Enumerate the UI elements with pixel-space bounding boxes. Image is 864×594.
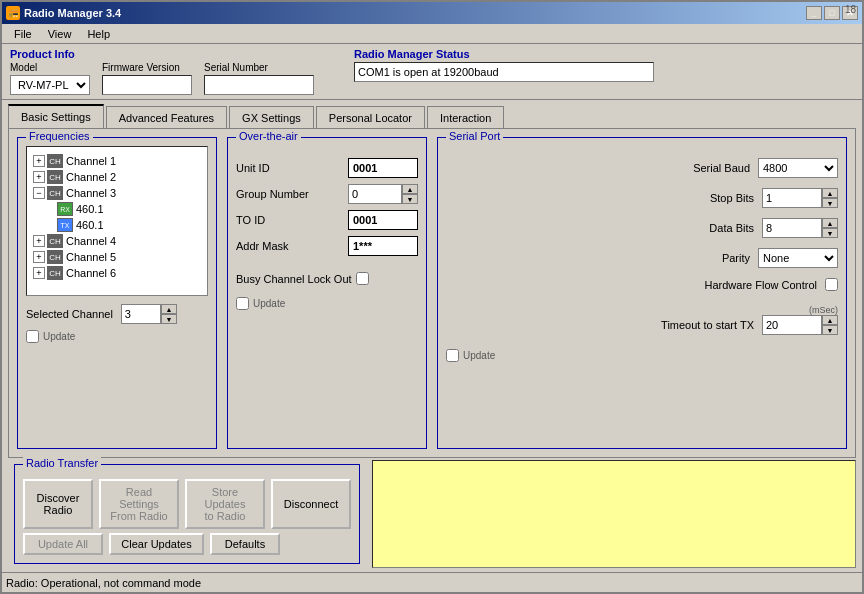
data-bits-input[interactable]	[762, 218, 822, 238]
ch3-icon: CH	[47, 186, 63, 200]
serial-update-checkbox[interactable]	[446, 349, 459, 362]
data-bits-down[interactable]: ▼	[822, 228, 838, 238]
tree-tx-460[interactable]: TX 460.1	[29, 217, 205, 233]
ch4-icon: CH	[47, 234, 63, 248]
timeout-arrows: ▲ ▼	[822, 315, 838, 335]
channel-tree[interactable]: + CH Channel 1 + CH Channel 2	[26, 146, 208, 296]
status-text: Radio: Operational, not command mode	[6, 577, 201, 589]
over-air-panel: Over-the-air Unit ID Group Number ▲	[227, 137, 427, 449]
group-number-up[interactable]: ▲	[402, 184, 418, 194]
group-number-input[interactable]	[348, 184, 402, 204]
selected-channel-spinner: ▲ ▼	[121, 304, 177, 324]
freq-update-row: Update	[26, 330, 208, 343]
transfer-row-1: DiscoverRadio Read SettingsFrom Radio St…	[23, 479, 351, 529]
timeout-label: Timeout to start TX	[661, 319, 754, 331]
serial-input[interactable]	[204, 75, 314, 95]
tab-basic-settings[interactable]: Basic Settings	[8, 104, 104, 128]
tab-personal-locator[interactable]: Personal Locator	[316, 106, 425, 128]
baud-row: Serial Baud 4800 1200 2400 9600 19200	[446, 158, 838, 178]
tab-gx-settings[interactable]: GX Settings	[229, 106, 314, 128]
addr-mask-row: Addr Mask	[236, 236, 418, 256]
data-bits-spinner: ▲ ▼	[762, 218, 838, 238]
data-bits-up[interactable]: ▲	[822, 218, 838, 228]
expand-ch3[interactable]: −	[33, 187, 45, 199]
transfer-buttons: DiscoverRadio Read SettingsFrom Radio St…	[23, 473, 351, 555]
stop-bits-input[interactable]	[762, 188, 822, 208]
maximize-button[interactable]: □	[824, 6, 840, 20]
parity-select[interactable]: None Odd Even	[758, 248, 838, 268]
hw-flow-checkbox[interactable]	[825, 278, 838, 291]
selected-channel-arrows: ▲ ▼	[161, 304, 177, 324]
tab-interaction[interactable]: Interaction	[427, 106, 504, 128]
data-bits-arrows: ▲ ▼	[822, 218, 838, 238]
busy-lock-checkbox[interactable]	[356, 272, 369, 285]
tx-freq-label: 460.1	[76, 219, 104, 231]
model-field-group: Model RV-M7-PL	[10, 62, 90, 95]
title-bar: 📻 Radio Manager 3.4 _ □ ✕	[2, 2, 862, 24]
unit-id-input[interactable]	[348, 158, 418, 178]
selected-channel-down[interactable]: ▼	[161, 314, 177, 324]
tree-channel-6[interactable]: + CH Channel 6	[29, 265, 205, 281]
discover-radio-button[interactable]: DiscoverRadio	[23, 479, 93, 529]
baud-label: Serial Baud	[693, 162, 750, 174]
ch1-label: Channel 1	[66, 155, 116, 167]
menu-help[interactable]: Help	[79, 26, 118, 42]
read-settings-button[interactable]: Read SettingsFrom Radio	[99, 479, 179, 529]
expand-ch1[interactable]: +	[33, 155, 45, 167]
selected-channel-label: Selected Channel	[26, 308, 113, 320]
expand-ch2[interactable]: +	[33, 171, 45, 183]
menu-file[interactable]: File	[6, 26, 40, 42]
tx-icon: TX	[57, 218, 73, 232]
stop-bits-row: Stop Bits ▲ ▼	[446, 188, 838, 208]
firmware-label: Firmware Version	[102, 62, 192, 73]
minimize-button[interactable]: _	[806, 6, 822, 20]
frequencies-panel: Frequencies + CH Channel 1 +	[17, 137, 217, 449]
defaults-button[interactable]: Defaults	[210, 533, 280, 555]
baud-select[interactable]: 4800 1200 2400 9600 19200	[758, 158, 838, 178]
stop-bits-down[interactable]: ▼	[822, 198, 838, 208]
tree-channel-2[interactable]: + CH Channel 2	[29, 169, 205, 185]
clear-updates-button[interactable]: Clear Updates	[109, 533, 204, 555]
ch2-icon: CH	[47, 170, 63, 184]
tab-container: Basic Settings Advanced Features GX Sett…	[2, 100, 862, 458]
title-bar-left: 📻 Radio Manager 3.4	[6, 6, 121, 20]
tree-rx-460[interactable]: RX 460.1	[29, 201, 205, 217]
transfer-row-2: Update All Clear Updates Defaults	[23, 533, 351, 555]
tree-channel-4[interactable]: + CH Channel 4	[29, 233, 205, 249]
timeout-spinner: ▲ ▼	[762, 315, 838, 335]
expand-ch6[interactable]: +	[33, 267, 45, 279]
store-updates-button[interactable]: Store Updatesto Radio	[185, 479, 265, 529]
group-number-down[interactable]: ▼	[402, 194, 418, 204]
disconnect-button[interactable]: Disconnect	[271, 479, 351, 529]
ch3-label: Channel 3	[66, 187, 116, 199]
menu-view[interactable]: View	[40, 26, 80, 42]
addr-mask-input[interactable]	[348, 236, 418, 256]
tab-advanced-features[interactable]: Advanced Features	[106, 106, 227, 128]
timeout-up[interactable]: ▲	[822, 315, 838, 325]
selected-channel-up[interactable]: ▲	[161, 304, 177, 314]
to-id-input[interactable]	[348, 210, 418, 230]
radio-status-input	[354, 62, 654, 82]
expand-ch5[interactable]: +	[33, 251, 45, 263]
tree-channel-5[interactable]: + CH Channel 5	[29, 249, 205, 265]
model-select[interactable]: RV-M7-PL	[10, 75, 90, 95]
unit-id-label: Unit ID	[236, 162, 306, 174]
selected-channel-row: Selected Channel ▲ ▼	[26, 304, 208, 324]
stop-bits-up[interactable]: ▲	[822, 188, 838, 198]
firmware-input[interactable]	[102, 75, 192, 95]
timeout-input[interactable]	[762, 315, 822, 335]
tree-channel-3[interactable]: − CH Channel 3	[29, 185, 205, 201]
rx-icon: RX	[57, 202, 73, 216]
tree-channel-1[interactable]: + CH Channel 1	[29, 153, 205, 169]
timeout-row: Timeout to start TX ▲ ▼	[446, 315, 838, 335]
serial-update-row: Update	[446, 349, 838, 362]
freq-update-checkbox[interactable]	[26, 330, 39, 343]
timeout-down[interactable]: ▼	[822, 325, 838, 335]
ota-update-checkbox[interactable]	[236, 297, 249, 310]
expand-ch4[interactable]: +	[33, 235, 45, 247]
product-fields: Model RV-M7-PL Firmware Version Serial N…	[10, 62, 314, 95]
status-bar: Radio: Operational, not command mode	[2, 572, 862, 592]
selected-channel-input[interactable]	[121, 304, 161, 324]
update-all-button[interactable]: Update All	[23, 533, 103, 555]
serial-label: Serial Number	[204, 62, 314, 73]
